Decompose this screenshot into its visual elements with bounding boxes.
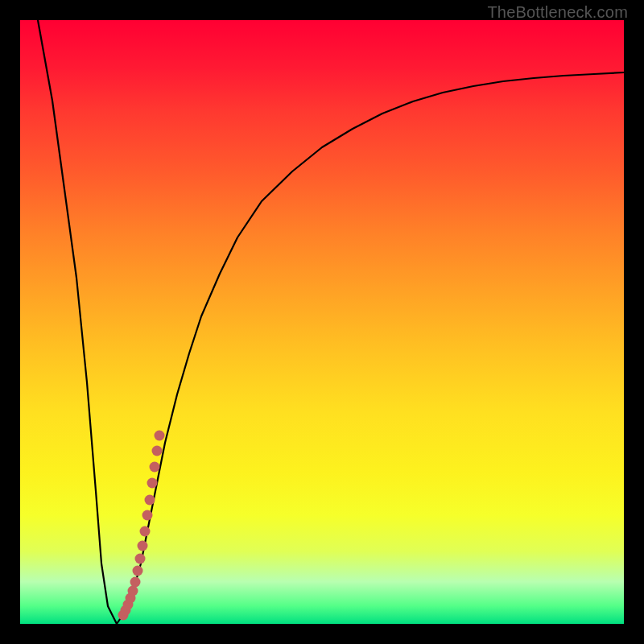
highlight-dot [140, 526, 151, 537]
highlight-dot [130, 577, 141, 588]
highlight-dot [147, 478, 158, 489]
highlight-dot [145, 495, 155, 506]
highlight-dot [135, 554, 146, 564]
highlight-dot-group [118, 431, 165, 621]
chart-svg [20, 20, 624, 624]
highlight-dot [152, 446, 163, 456]
highlight-dot [133, 566, 143, 576]
chart-plot-area [20, 20, 624, 624]
bottleneck-curve-path [38, 20, 624, 624]
highlight-dot [138, 541, 148, 551]
attribution-text: TheBottleneck.com [487, 3, 628, 22]
highlight-dot [150, 462, 160, 473]
highlight-dot [128, 586, 138, 597]
highlight-dot [142, 510, 153, 521]
highlight-dot [155, 431, 165, 441]
